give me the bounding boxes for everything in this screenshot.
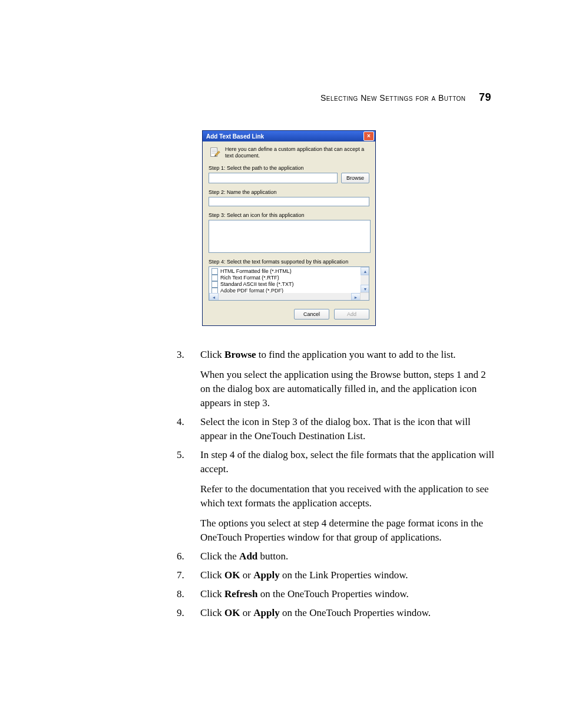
instruction-list: 3. Click Browse to find the application … [177, 348, 495, 625]
close-icon[interactable]: × [363, 131, 374, 141]
step3-label: Step 3: Select an icon for this applicat… [209, 212, 369, 218]
browse-keyword: Browse [224, 349, 256, 360]
step-item: 7. Click OK or Apply on the Link Propert… [177, 568, 495, 582]
browse-button[interactable]: Browse [341, 173, 369, 183]
vertical-scrollbar[interactable]: ▲ ▼ [361, 267, 369, 293]
step-item: 6. Click the Add button. [177, 549, 495, 564]
add-button[interactable]: Add [334, 309, 369, 319]
refresh-keyword: Refresh [224, 588, 257, 599]
header-text: Selecting New Settings for a Button [320, 93, 466, 103]
step-item: 4. Select the icon in Step 3 of the dial… [177, 415, 495, 443]
page-number: 79 [479, 91, 491, 103]
horizontal-scrollbar[interactable]: ◄ ► [209, 293, 361, 300]
format-label: Standard ASCII text file (*.TXT) [220, 281, 294, 288]
format-option[interactable]: Adobe PDF format (*.PDF) [211, 288, 358, 293]
formats-listbox: HTML Formatted file (*.HTML) Rich Text F… [209, 266, 369, 301]
ok-keyword: OK [224, 569, 240, 581]
application-path-input[interactable] [209, 173, 338, 183]
dialog-titlebar[interactable]: Add Text Based Link × [203, 131, 375, 141]
add-text-link-dialog: Add Text Based Link × Here you can defin… [202, 130, 376, 326]
scroll-right-icon[interactable]: ► [351, 293, 361, 301]
dialog-title: Add Text Based Link [206, 133, 264, 140]
format-label: Rich Text Format (*.RTF) [220, 275, 279, 281]
apply-keyword: Apply [253, 607, 279, 618]
scrollbar-corner [360, 292, 369, 300]
format-option[interactable]: HTML Formatted file (*.HTML) [211, 268, 358, 275]
page-header: Selecting New Settings for a Button 79 [320, 91, 491, 104]
format-label: Adobe PDF format (*.PDF) [220, 288, 283, 293]
dialog-intro-text: Here you can define a custom application… [225, 146, 369, 159]
step-item: 9. Click OK or Apply on the OneTouch Pro… [177, 606, 495, 620]
application-name-input[interactable] [209, 197, 369, 206]
checkbox-icon[interactable] [211, 288, 218, 293]
icon-selection-box[interactable] [209, 220, 371, 253]
apply-keyword: Apply [253, 569, 279, 581]
step2-label: Step 2: Name the application [209, 189, 369, 195]
ok-keyword: OK [224, 607, 240, 618]
checkbox-icon[interactable] [211, 275, 218, 281]
step1-label: Step 1: Select the path to the applicati… [209, 165, 369, 171]
format-option[interactable]: Standard ASCII text file (*.TXT) [211, 281, 358, 288]
step-item: 3. Click Browse to find the application … [177, 348, 495, 410]
scroll-up-icon[interactable]: ▲ [361, 267, 369, 275]
scroll-left-icon[interactable]: ◄ [209, 293, 219, 301]
add-keyword: Add [239, 551, 257, 562]
format-option[interactable]: Rich Text Format (*.RTF) [211, 275, 358, 281]
checkbox-icon[interactable] [211, 281, 218, 288]
step-item: 8. Click Refresh on the OneTouch Propert… [177, 587, 495, 601]
format-label: HTML Formatted file (*.HTML) [220, 268, 292, 275]
step-item: 5. In step 4 of the dialog box, select t… [177, 448, 495, 545]
step4-label: Step 4: Select the text formats supporte… [209, 259, 369, 265]
cancel-button[interactable]: Cancel [294, 309, 329, 319]
scroll-down-icon[interactable]: ▼ [361, 285, 369, 293]
document-pen-icon [209, 146, 222, 159]
checkbox-icon[interactable] [211, 268, 218, 275]
